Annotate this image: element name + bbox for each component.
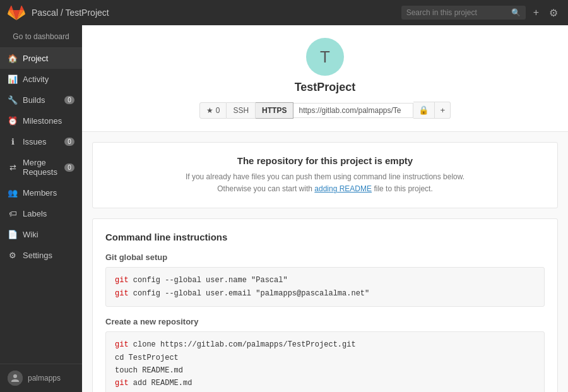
goto-dashboard-link[interactable]: Go to dashboard	[13, 32, 69, 41]
lock-button[interactable]: 🔒	[413, 102, 435, 119]
username-label: palmapps	[28, 374, 61, 383]
cli-section: Command line instructions Git global set…	[92, 218, 558, 392]
builds-icon: 🔧	[8, 95, 18, 105]
project-avatar: T	[306, 38, 344, 76]
empty-repo-notice: The repository for this project is empty…	[92, 142, 558, 208]
lock-icon: 🔒	[418, 105, 429, 115]
search-box[interactable]: 🔍	[401, 6, 526, 20]
avatar	[8, 371, 23, 386]
milestones-icon: ⏰	[8, 116, 18, 126]
sidebar-item-label: Merge Requests	[23, 158, 59, 177]
sidebar: Go to dashboard 🏠 Project 📊 Activity 🔧 B…	[0, 25, 82, 392]
sidebar-item-label: Issues	[23, 137, 59, 146]
members-icon: 👥	[8, 188, 18, 198]
git-global-setup: Git global setup git config --global use…	[105, 252, 545, 307]
sidebar-item-label: Labels	[23, 209, 74, 218]
sidebar-goto[interactable]: Go to dashboard	[0, 25, 82, 48]
topbar-left: Pascal / TestProject	[8, 4, 109, 21]
star-count: 0	[216, 106, 220, 115]
ssh-button[interactable]: SSH	[227, 102, 256, 119]
new-repo-section: Create a new repository git clone https:…	[105, 317, 545, 392]
new-repo-code: git clone https://gitlab.com/palmapps/Te…	[105, 331, 545, 392]
sidebar-item-wiki[interactable]: 📄 Wiki	[0, 224, 82, 245]
wiki-icon: 📄	[8, 230, 18, 239]
sidebar-item-label: Project	[23, 54, 74, 63]
project-header: T TestProject ★ 0 SSH HTTPS https://gitl…	[82, 25, 568, 132]
sidebar-item-label: Members	[23, 188, 74, 198]
empty-repo-description: If you already have files you can push t…	[105, 171, 545, 195]
empty-repo-title: The repository for this project is empty	[105, 155, 545, 166]
search-input[interactable]	[406, 8, 507, 17]
git-global-code: git config --global user.name "Pascal" g…	[105, 267, 545, 307]
sidebar-item-label: Builds	[23, 95, 59, 105]
activity-icon: 📊	[8, 74, 18, 84]
settings-nav-icon: ⚙	[8, 251, 18, 260]
sidebar-nav: 🏠 Project 📊 Activity 🔧 Builds 0 ⏰ Milest…	[0, 48, 82, 364]
cli-title: Command line instructions	[105, 232, 545, 242]
project-avatar-letter: T	[320, 47, 330, 67]
plus-icon[interactable]: +	[531, 4, 541, 21]
issues-icon: ℹ	[8, 137, 18, 146]
builds-badge: 0	[64, 96, 74, 104]
sidebar-item-label: Settings	[23, 251, 74, 260]
sidebar-item-merge-requests[interactable]: ⇄ Merge Requests 0	[0, 152, 82, 182]
issues-badge: 0	[64, 138, 74, 146]
sidebar-user: palmapps	[0, 364, 82, 392]
sidebar-item-label: Milestones	[23, 116, 74, 126]
main-content: T TestProject ★ 0 SSH HTTPS https://gitl…	[82, 25, 568, 392]
settings-icon[interactable]: ⚙	[547, 4, 560, 21]
plus-icon-url: +	[440, 105, 445, 115]
sidebar-item-activity[interactable]: 📊 Activity	[0, 69, 82, 90]
adding-readme-link[interactable]: adding README	[314, 184, 372, 193]
sidebar-item-label: Wiki	[23, 230, 74, 239]
star-button[interactable]: ★ 0	[199, 102, 227, 119]
sidebar-item-labels[interactable]: 🏷 Labels	[0, 203, 82, 224]
sidebar-item-builds[interactable]: 🔧 Builds 0	[0, 90, 82, 110]
sidebar-item-settings[interactable]: ⚙ Settings	[0, 245, 82, 266]
layout: Go to dashboard 🏠 Project 📊 Activity 🔧 B…	[0, 25, 568, 392]
sidebar-item-project[interactable]: 🏠 Project	[0, 48, 82, 69]
repo-actions: ★ 0 SSH HTTPS https://gitlab.com/palmapp…	[199, 102, 451, 119]
sidebar-item-milestones[interactable]: ⏰ Milestones	[0, 110, 82, 131]
labels-icon: 🏷	[8, 209, 18, 218]
home-icon: 🏠	[8, 54, 18, 63]
topbar-right: 🔍 + ⚙	[401, 4, 560, 21]
star-icon: ★	[206, 106, 213, 115]
new-repo-label: Create a new repository	[105, 317, 545, 326]
project-name: TestProject	[295, 81, 356, 94]
merge-icon: ⇄	[8, 163, 18, 172]
sidebar-item-members[interactable]: 👥 Members	[0, 182, 82, 203]
repo-url-display: https://gitlab.com/palmapps/Te	[293, 103, 413, 118]
search-icon: 🔍	[511, 8, 521, 17]
plus-url-button[interactable]: +	[435, 102, 451, 119]
breadcrumb: Pascal / TestProject	[32, 8, 109, 18]
topbar: Pascal / TestProject 🔍 + ⚙	[0, 0, 568, 25]
https-button[interactable]: HTTPS	[256, 102, 293, 119]
sidebar-item-label: Activity	[23, 74, 74, 84]
merge-badge: 0	[64, 163, 74, 172]
sidebar-item-issues[interactable]: ℹ Issues 0	[0, 131, 82, 152]
git-global-label: Git global setup	[105, 252, 545, 262]
gitlab-logo-icon	[8, 4, 25, 21]
